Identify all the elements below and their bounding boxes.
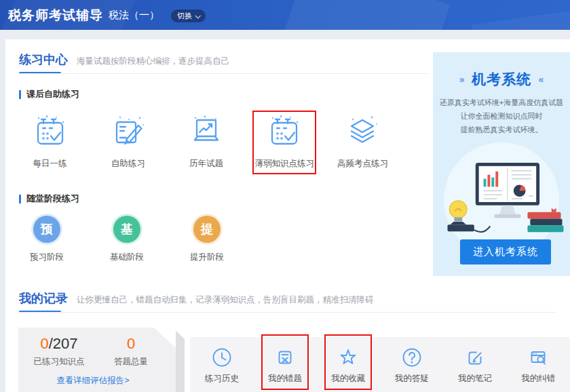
practice-item-label: 自助练习 — [111, 158, 145, 170]
header-decoration — [283, 0, 450, 30]
chevrons-right-icon: » — [459, 74, 465, 85]
shortcut-label: 我的笔记 — [458, 373, 492, 385]
practice-item-high-frequency[interactable]: 高频考点练习 — [324, 114, 402, 170]
stage-group-header: 随堂阶段练习 — [19, 193, 79, 205]
practice-item-daily[interactable]: 每日一练 — [11, 114, 89, 170]
layers-icon — [345, 114, 380, 149]
clock-icon — [210, 345, 234, 370]
shortcut-my-wrong-questions[interactable]: 我的错题 — [253, 345, 316, 385]
exam-system-description: 还原真实考试环境+海量高度仿真试题 让你全面检测知识点同时 提前熟悉真实考试环境… — [433, 96, 570, 136]
shortcut-practice-history[interactable]: 练习历史 — [190, 345, 253, 385]
stats-box-side — [176, 330, 185, 392]
report-link[interactable]: 查看详细评估报告> — [18, 375, 168, 387]
stats-row: 0/207 已练习知识点 0 答题总量 — [18, 328, 176, 368]
practice-item-past-papers[interactable]: 历年试题 — [167, 114, 245, 170]
stage-badge: 基 — [113, 216, 140, 243]
practice-item-self[interactable]: 自助练习 — [89, 114, 167, 170]
desc-line: 让你全面检测知识点同时 — [433, 109, 570, 123]
shortcut-label: 练习历史 — [205, 373, 239, 385]
desc-line: 提前熟悉真实考试环境。 — [433, 123, 570, 136]
shortcut-my-notes[interactable]: 我的笔记 — [443, 345, 506, 385]
stage-label: 基础阶段 — [110, 252, 144, 263]
calendar-check-icon — [33, 114, 68, 149]
page-title: 税务师考试辅导 — [8, 7, 103, 24]
my-records-title: 我的记录 — [19, 290, 68, 307]
stat-practiced-points: 0/207 已练习知识点 — [18, 335, 100, 368]
stage-badge: 预 — [33, 216, 60, 243]
exam-system-title-row: » 机考系统 « — [433, 70, 570, 89]
stat-value-accent: 0 — [40, 335, 48, 352]
subject-name: 税法（一） — [109, 9, 159, 22]
records-shortcuts-panel: 练习历史 我的错题 我的收藏 我的答疑 我的笔记 — [190, 337, 570, 392]
switch-subject-button[interactable]: 切换 — [171, 9, 206, 22]
stage-label: 预习阶段 — [30, 252, 64, 263]
practice-item-label: 薄弱知识点练习 — [254, 158, 314, 170]
star-icon — [336, 345, 360, 370]
stat-value-rest: /207 — [49, 335, 78, 352]
stage-badge: 提 — [193, 216, 221, 243]
shortcut-my-questions[interactable]: 我的答疑 — [380, 345, 443, 385]
my-records-subtitle: 让你更懂自己，错题自动归集，记录薄弱知识点，告别盲目刷题，精准扫清障碍 — [77, 294, 374, 306]
enter-exam-system-button[interactable]: 进入机考系统 — [460, 239, 551, 264]
stage-label: 提升阶段 — [190, 252, 224, 263]
shortcut-label: 我的收藏 — [331, 373, 365, 385]
after-class-items: 每日一练 自助练习 历年试题 — [11, 114, 402, 170]
practice-center-title: 练习中心 — [19, 52, 68, 68]
shortcut-label: 我的错题 — [268, 373, 302, 385]
stage-item-preview[interactable]: 预 预习阶段 — [13, 216, 81, 263]
shortcut-label: 我的纠错 — [521, 373, 555, 385]
note-icon — [463, 345, 487, 370]
practice-item-label: 高频考点练习 — [337, 158, 388, 170]
stat-label: 已练习知识点 — [18, 356, 100, 368]
app-header: 税务师考试辅导 税法（一） 切换 — [0, 0, 570, 30]
calendar-check-icon — [267, 114, 302, 149]
practice-item-label: 历年试题 — [189, 158, 223, 170]
stat-value-accent: 0 — [127, 335, 135, 352]
section-rule — [19, 73, 429, 74]
shortcut-my-corrections[interactable]: 我的纠错 — [507, 345, 570, 385]
exam-system-title: 机考系统 — [472, 71, 531, 87]
after-class-title: 课后自助练习 — [26, 88, 79, 100]
stage-item-improve[interactable]: 提 提升阶段 — [173, 216, 241, 263]
wrong-question-icon — [273, 345, 297, 370]
stat-value: 0/207 — [18, 335, 100, 353]
stat-label: 答题总量 — [100, 356, 162, 368]
desc-line: 还原真实考试环境+海量高度仿真试题 — [433, 96, 570, 109]
stage-item-basic[interactable]: 基 基础阶段 — [93, 216, 161, 263]
group-bar — [19, 90, 21, 99]
laptop-chart-icon — [189, 114, 224, 149]
section-rule — [19, 312, 556, 313]
practice-item-label: 每日一练 — [33, 158, 67, 170]
chevron-down-icon — [195, 13, 200, 18]
stat-value: 0 — [100, 335, 162, 353]
after-class-group-header: 课后自助练习 — [19, 88, 79, 100]
chevrons-left-icon: « — [538, 74, 544, 85]
stat-answered-total: 0 答题总量 — [100, 335, 162, 368]
practice-center-subtitle: 海量试题按阶段精心编排，逐步提高自己 — [77, 56, 229, 67]
question-icon — [400, 345, 424, 370]
paper-pencil-icon — [111, 114, 146, 149]
shortcut-my-favorites[interactable]: 我的收藏 — [317, 345, 380, 385]
search-window-icon — [526, 345, 550, 370]
practice-item-weak-points[interactable]: 薄弱知识点练习 — [246, 114, 324, 170]
computer-study-illustration — [444, 161, 565, 238]
header-decoration — [472, 0, 570, 30]
stage-practice-title: 随堂阶段练习 — [26, 193, 79, 205]
stats-box: 0/207 已练习知识点 0 答题总量 查看详细评估报告> — [18, 328, 176, 392]
shortcut-label: 我的答疑 — [395, 373, 429, 385]
stage-items: 预 预习阶段 基 基础阶段 提 提升阶段 — [13, 216, 241, 263]
group-bar — [19, 195, 21, 203]
switch-label: 切换 — [177, 11, 192, 21]
